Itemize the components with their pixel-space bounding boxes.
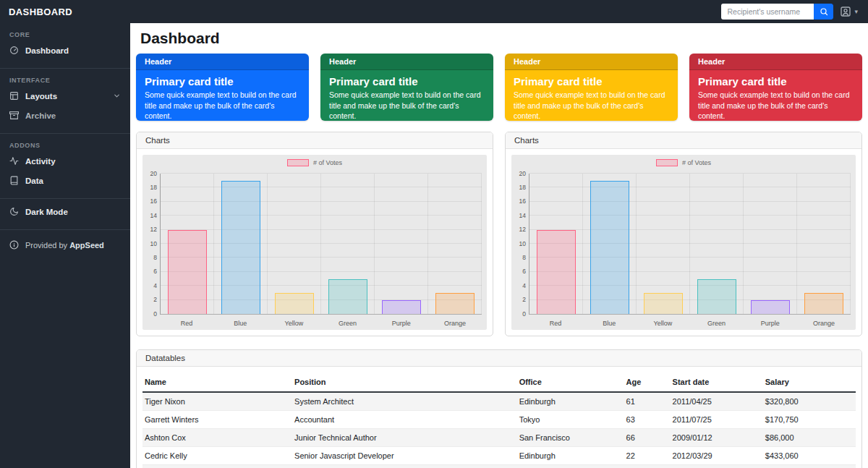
legend-label: # of Votes (313, 159, 342, 166)
x-axis-tick-label: Green (321, 320, 375, 327)
bar-slot (428, 174, 482, 314)
y-axis-tick-label: 4 (153, 283, 157, 289)
sidebar-section-label: INTERFACE (0, 72, 130, 86)
y-axis-tick-label: 8 (522, 255, 526, 261)
y-axis-tick-label: 18 (150, 184, 157, 191)
bar-purple (751, 300, 789, 314)
info-icon (9, 240, 19, 250)
search-form (721, 4, 833, 20)
table-cell: Edinburgh (517, 447, 624, 465)
bar-chart: # of Votes02468101214161820RedBlueYellow… (511, 155, 856, 330)
table-cell: Ashton Cox (142, 429, 292, 447)
sidebar-item-activity[interactable]: Activity (0, 151, 130, 171)
card-title: Primary card title (145, 75, 300, 88)
bar-slot (214, 174, 268, 314)
table-row: Airi SatouAccountantTokyo332008/11/28$16… (142, 465, 856, 468)
bar-slot (744, 174, 797, 314)
page-title: Dashboard (140, 30, 858, 47)
chart-panel-title: Charts (506, 132, 861, 149)
y-axis-tick-label: 16 (519, 199, 526, 205)
table-cell: 2009/01/12 (671, 429, 763, 447)
table-cell: Garrett Winters (142, 411, 292, 429)
y-axis-tick-label: 10 (519, 241, 526, 247)
chart-panel-body: # of Votes02468101214161820RedBlueYellow… (137, 149, 493, 336)
y-axis-tick-label: 12 (150, 226, 157, 233)
table-cell: 2011/04/25 (671, 392, 763, 411)
column-header-salary: Salary (763, 373, 856, 392)
sidebar-item-label: Data (25, 176, 43, 185)
card-text: Some quick example text to build on the … (698, 90, 854, 121)
y-axis-tick-label: 14 (519, 213, 526, 219)
bar-blue (590, 181, 629, 314)
chevron-down-icon (113, 92, 121, 100)
sidebar-item-label: Dashboard (25, 46, 69, 55)
bar-yellow (275, 293, 313, 314)
card-title: Primary card title (514, 75, 669, 88)
legend-label: # of Votes (682, 159, 711, 166)
table-cell: $170,750 (763, 411, 856, 429)
chart-panel: Charts# of Votes02468101214161820RedBlue… (505, 132, 862, 336)
table-cell: 2011/07/25 (671, 411, 763, 429)
y-axis-tick-label: 20 (150, 171, 157, 177)
chart-panel-body: # of Votes02468101214161820RedBlueYellow… (506, 149, 861, 336)
primary-card: HeaderPrimary card titleSome quick examp… (689, 54, 862, 121)
table-row: Tiger NixonSystem ArchitectEdinburgh6120… (142, 392, 856, 411)
footer-text: Provided by AppSeed (25, 241, 104, 250)
datatable-panel-title: Datatables (137, 350, 861, 367)
bar-red (168, 230, 206, 314)
table-cell: 33 (624, 465, 671, 468)
table-cell: 2008/11/28 (671, 465, 763, 468)
book-icon (9, 176, 19, 185)
sidebar-divider (0, 68, 130, 69)
x-axis-tick-label: Yellow (267, 320, 320, 327)
sidebar-item-layouts[interactable]: Layouts (0, 86, 130, 106)
table-cell: San Francisco (517, 429, 624, 447)
bar-slot (375, 174, 428, 314)
table-cell: System Architect (292, 392, 517, 411)
search-input[interactable] (721, 4, 814, 20)
sidebar-section-label: CORE (0, 26, 130, 41)
gauge-icon (9, 46, 19, 55)
sidebar-item-data[interactable]: Data (0, 171, 130, 190)
sidebar-footer-link[interactable]: Provided by AppSeed (0, 233, 130, 257)
y-axis-tick-label: 2 (153, 297, 157, 303)
user-menu-dropdown[interactable]: ▾ (840, 6, 858, 17)
table-cell: 22 (624, 447, 671, 465)
table-cell: $162,700 (763, 465, 856, 468)
search-button[interactable] (814, 4, 833, 20)
table-cell: $433,060 (763, 447, 856, 465)
chart-legend: # of Votes (142, 159, 487, 166)
datatable-panel: Datatables NamePositionOfficeAgeStart da… (136, 349, 862, 468)
table-cell: Tokyo (517, 465, 624, 468)
y-axis-tick-label: 4 (522, 283, 526, 289)
column-header-position: Position (292, 373, 517, 392)
sidebar-item-label: Layouts (25, 92, 57, 101)
primary-card: HeaderPrimary card titleSome quick examp… (320, 54, 493, 121)
archive-icon (9, 111, 19, 120)
summary-cards-row: HeaderPrimary card titleSome quick examp… (136, 54, 862, 121)
sidebar: COREDashboardINTERFACELayoutsArchiveADDO… (0, 23, 130, 468)
sidebar-item-dashboard[interactable]: Dashboard (0, 41, 130, 60)
x-axis-tick-label: Orange (797, 320, 851, 327)
sidebar-divider (0, 229, 130, 230)
table-cell: Senior Javascript Developer (292, 447, 517, 465)
x-axis-tick-label: Orange (428, 320, 482, 327)
bar-blue (221, 181, 260, 314)
bar-slot (268, 174, 321, 314)
x-axis-labels: RedBlueYellowGreenPurpleOrange (160, 320, 482, 327)
y-axis-tick-label: 14 (150, 213, 157, 219)
table-header-row: NamePositionOfficeAgeStart dateSalary (142, 373, 856, 392)
table-cell: Edinburgh (517, 392, 624, 411)
card-header: Header (320, 54, 493, 70)
chart-legend: # of Votes (511, 159, 856, 166)
y-axis-tick-label: 12 (519, 226, 526, 233)
x-axis-labels: RedBlueYellowGreenPurpleOrange (529, 320, 851, 327)
bar-slot (690, 174, 744, 314)
main-content: Dashboard HeaderPrimary card titleSome q… (130, 23, 868, 468)
sidebar-item-dark-mode[interactable]: Dark Mode (0, 202, 130, 221)
table-cell: 2012/03/29 (671, 447, 763, 465)
primary-card: HeaderPrimary card titleSome quick examp… (136, 54, 309, 121)
sidebar-item-archive[interactable]: Archive (0, 106, 130, 125)
sidebar-section-label: ADDONS (0, 137, 130, 151)
bar-orange (435, 293, 474, 314)
